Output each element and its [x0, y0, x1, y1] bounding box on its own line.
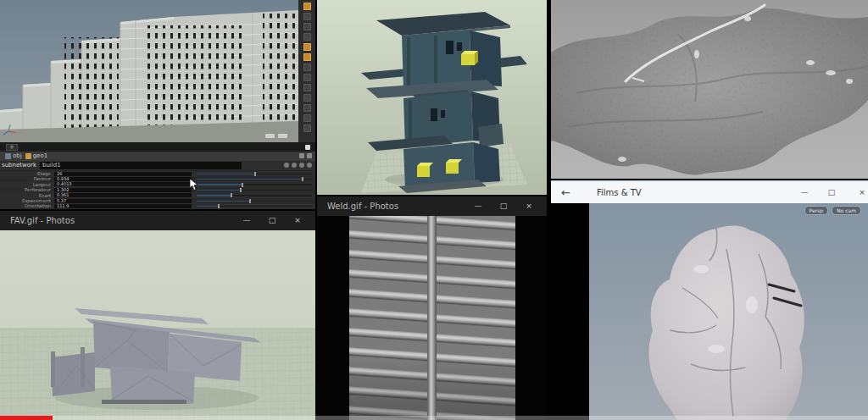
- viewport-tool-icon[interactable]: [303, 84, 311, 91]
- weld-titlebar[interactable]: Weld.gif - Photos — □ ×: [317, 196, 547, 216]
- breadcrumb-item-obj[interactable]: obj: [5, 153, 22, 159]
- param-row: Orientation 111.9: [0, 203, 315, 208]
- param-value-field[interactable]: 0.934: [54, 177, 192, 181]
- search-icon[interactable]: [284, 163, 289, 168]
- node-type-label: subnetwork: [2, 163, 36, 169]
- param-value-field[interactable]: 1.302: [54, 188, 192, 192]
- yellow-crate: [446, 163, 459, 174]
- pathbar-icon[interactable]: [307, 153, 312, 158]
- shack-render: [0, 230, 315, 420]
- filter-icon[interactable]: [292, 163, 297, 168]
- persp-pill-button[interactable]: Persp: [804, 206, 829, 215]
- viewport-control-button[interactable]: [265, 134, 275, 138]
- viewport-tool-icon[interactable]: [303, 43, 311, 51]
- houdini-3d-viewport[interactable]: [0, 0, 298, 142]
- fav-gif-video-surface[interactable]: [0, 230, 315, 420]
- yellow-crate: [461, 54, 475, 65]
- tower-render-panel[interactable]: [317, 0, 547, 195]
- viewport-tool-icon[interactable]: [303, 104, 311, 112]
- back-button[interactable]: ←: [561, 185, 570, 200]
- viewport-tool-icon[interactable]: [303, 23, 311, 30]
- minimize-button[interactable]: —: [792, 181, 817, 204]
- breadcrumb-item-geo[interactable]: geo1: [25, 153, 48, 159]
- window-title: FAV.gif - Photos: [10, 216, 75, 225]
- viewport-tool-icon[interactable]: [303, 114, 311, 122]
- param-value-field[interactable]: 26: [54, 172, 192, 176]
- houdini-app-window: + obj geo1 subnetwork build1 Etage 26: [0, 0, 315, 209]
- close-button[interactable]: ×: [516, 196, 542, 216]
- geo-node-icon: [25, 153, 31, 159]
- viewport-control-button[interactable]: [278, 134, 287, 138]
- window-grid-right: [263, 14, 295, 135]
- building-render: [0, 0, 298, 142]
- films-tv-window: ← Films & TV — □ ×: [551, 180, 868, 420]
- parameter-pane-buttons: [284, 163, 312, 168]
- minimize-button[interactable]: —: [234, 211, 259, 230]
- window-grid-center: [144, 25, 244, 134]
- param-value-field[interactable]: 5.37: [54, 199, 192, 203]
- viewport-tool-icon[interactable]: [303, 3, 311, 10]
- parameter-pane-header: subnetwork build1: [0, 161, 315, 170]
- pathbar-buttons: [299, 153, 312, 158]
- param-slider[interactable]: [197, 195, 312, 196]
- maximize-button[interactable]: □: [819, 181, 844, 204]
- films-video-surface[interactable]: Persp No cam: [589, 203, 868, 420]
- minimize-button[interactable]: —: [465, 196, 491, 216]
- pathbar-icon[interactable]: [299, 153, 304, 158]
- param-value-field[interactable]: 0.361: [54, 193, 192, 197]
- viewport-tool-icon[interactable]: [303, 64, 311, 71]
- progress-played: [0, 416, 53, 420]
- add-tab-button[interactable]: +: [6, 144, 18, 151]
- pane-menu-icon[interactable]: [305, 145, 310, 150]
- viewport-tool-icon[interactable]: [303, 13, 311, 20]
- help-icon[interactable]: [307, 163, 312, 168]
- pipes-render: [349, 216, 515, 420]
- tower-render: [317, 0, 547, 195]
- terrain-render-panel[interactable]: [551, 0, 868, 179]
- maximize-button[interactable]: □: [259, 211, 285, 230]
- no-cam-pill-button[interactable]: No cam: [832, 206, 861, 215]
- param-slider[interactable]: [197, 179, 312, 180]
- films-titlebar[interactable]: ← Films & TV — □ ×: [551, 180, 868, 203]
- param-slider[interactable]: [197, 206, 312, 207]
- param-slider[interactable]: [197, 190, 312, 191]
- viewport-tool-icon[interactable]: [303, 124, 311, 132]
- param-value-field[interactable]: 111.9: [54, 204, 192, 208]
- window-grid-left: [64, 37, 119, 132]
- param-slider[interactable]: [197, 201, 312, 202]
- video-overlay-buttons: Persp No cam: [804, 206, 861, 215]
- pane-tab-bar: +: [0, 142, 315, 152]
- viewport-tool-icon[interactable]: [303, 74, 311, 81]
- rock-render: [589, 203, 868, 420]
- weld-gif-video-surface[interactable]: [317, 216, 547, 420]
- param-slider[interactable]: [197, 174, 312, 174]
- parameter-list: Etage 26 Facteur 0.934 Largeur 0.4013 Pe…: [0, 171, 315, 209]
- viewport-tool-icon[interactable]: [303, 53, 311, 61]
- param-slider[interactable]: [197, 184, 312, 185]
- video-progress-bar[interactable]: [0, 416, 868, 420]
- close-button[interactable]: ×: [285, 211, 310, 230]
- window-title: Films & TV: [597, 188, 642, 198]
- vertical-pipe: [427, 216, 437, 420]
- network-breadcrumb: obj geo1: [0, 152, 315, 161]
- window-title: Weld.gif - Photos: [327, 202, 398, 211]
- maximize-button[interactable]: □: [491, 196, 516, 216]
- weld-photos-window: Weld.gif - Photos — □ ×: [317, 196, 547, 420]
- obj-context-icon: [5, 153, 11, 159]
- mouse-cursor: [190, 178, 198, 194]
- fav-photos-window: FAV.gif - Photos — □ ×: [0, 211, 315, 420]
- close-button[interactable]: ×: [849, 181, 868, 204]
- terrain-render: [551, 0, 868, 179]
- gear-icon[interactable]: [299, 163, 304, 168]
- viewport-tool-icon[interactable]: [303, 94, 311, 102]
- yellow-crate: [417, 166, 430, 177]
- viewport-toolbar: [298, 0, 315, 142]
- param-value-field[interactable]: 0.4013: [54, 182, 192, 186]
- viewport-tool-icon[interactable]: [303, 33, 311, 41]
- fav-titlebar[interactable]: FAV.gif - Photos — □ ×: [0, 211, 315, 230]
- node-name-field[interactable]: build1: [40, 162, 242, 169]
